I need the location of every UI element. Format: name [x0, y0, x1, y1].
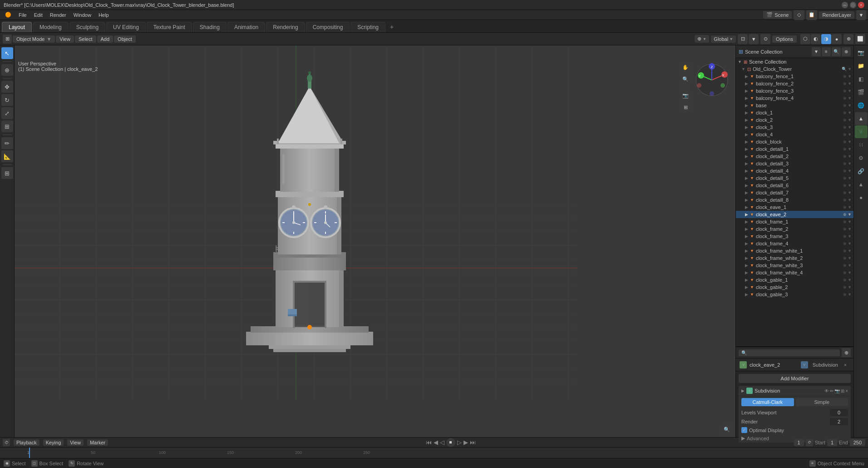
- item-clock-frame-1[interactable]: ▶ ▼ clock_frame_1 ⊕ ▼: [736, 218, 853, 225]
- item-clock-detaill-6[interactable]: ▶ ▼ clock_detaill_6 ⊕ ▼: [736, 182, 853, 189]
- cursor-tool[interactable]: ⊕: [1, 64, 13, 76]
- constraints-tab[interactable]: 🔗: [855, 165, 868, 178]
- viewport-overlay-btn[interactable]: ⊕: [843, 34, 853, 44]
- item-base[interactable]: ▶ ▼ base ⊕ ▼: [736, 102, 853, 109]
- properties-search-input[interactable]: 🔍: [739, 349, 840, 356]
- viewport-icon[interactable]: ⊞: [3, 35, 12, 44]
- material-preview[interactable]: ◑: [821, 34, 831, 44]
- menu-help[interactable]: Help: [95, 11, 112, 19]
- object-mode-selector[interactable]: Object Mode ▼: [13, 35, 55, 43]
- outliner-body[interactable]: ▼ ⊞ Scene Collection ▼ ⊡ Old_Clock_Tower…: [736, 58, 853, 346]
- menu-render[interactable]: Render: [47, 11, 69, 19]
- tab-texture-paint[interactable]: Texture Paint: [147, 22, 192, 32]
- keying-btn[interactable]: Keying: [43, 439, 64, 446]
- outliner-filter-btn[interactable]: ▼: [812, 47, 821, 56]
- transform-tool[interactable]: ⊞: [1, 120, 13, 132]
- select-menu[interactable]: Select: [75, 35, 96, 43]
- tab-rendering[interactable]: Rendering: [266, 22, 305, 32]
- snap-option[interactable]: ▼: [749, 34, 759, 44]
- view-menu[interactable]: View: [56, 35, 74, 43]
- tab-uv-editing[interactable]: UV Editing: [106, 22, 146, 32]
- timeline-icon[interactable]: ⏱: [3, 439, 10, 446]
- tab-compositing[interactable]: Compositing: [306, 22, 350, 32]
- object-menu[interactable]: Object: [114, 35, 136, 43]
- tab-animation[interactable]: Animation: [227, 22, 265, 32]
- move-tool[interactable]: ✥: [1, 81, 13, 93]
- physics-tab[interactable]: ⚙: [855, 152, 868, 164]
- scene-selector[interactable]: 🎬 Scene: [763, 11, 792, 19]
- zoom-btn[interactable]: 🔍: [680, 74, 691, 85]
- viewport-transform[interactable]: ⊕ ▼: [695, 35, 709, 43]
- mod-vis-btn[interactable]: 👁: [824, 388, 829, 393]
- outliner-options-btn[interactable]: ⊕: [842, 47, 851, 56]
- item-clock-detaill-7[interactable]: ▶ ▼ clock_detaill_7 ⊕ ▼: [736, 189, 853, 196]
- tab-modeling[interactable]: Modeling: [33, 22, 69, 32]
- fps-btn[interactable]: ⏱: [806, 439, 813, 446]
- add-tool[interactable]: ⊞: [1, 167, 13, 179]
- item-clock-4[interactable]: ▶ ▼ clock_4 ⊕ ▼: [736, 131, 853, 138]
- material-tab[interactable]: ●: [855, 191, 868, 204]
- properties-options-btn[interactable]: ⊕: [842, 348, 851, 357]
- hand-tool-btn[interactable]: ✋: [680, 62, 691, 73]
- item-balcony-fence-4[interactable]: ▶ ▼ balcony_fence_4 ⊕ ▼: [736, 95, 853, 102]
- menu-edit[interactable]: Edit: [31, 11, 46, 19]
- item-clock-block[interactable]: ▶ ▼ clock_block ⊕ ▼: [736, 138, 853, 145]
- mod-render-btn[interactable]: 📷: [834, 388, 840, 393]
- item-balcony-fence-3[interactable]: ▶ ▼ balcony_fence_3 ⊕ ▼: [736, 87, 853, 95]
- tab-shading[interactable]: Shading: [193, 22, 227, 32]
- render-layer-selector[interactable]: RenderLayer: [819, 11, 854, 19]
- playback-btn[interactable]: Playback: [14, 439, 39, 446]
- world-props-tab[interactable]: 🌐: [855, 99, 868, 112]
- tab-sculpting[interactable]: Sculpting: [69, 22, 105, 32]
- viewport-3d[interactable]: User Perspective (1) Scene Collection | …: [15, 45, 735, 437]
- simple-btn[interactable]: Simple: [796, 398, 848, 406]
- mod-delete-btn[interactable]: ×: [845, 388, 848, 393]
- prev-frame-btn[interactable]: ◀: [434, 439, 438, 446]
- modifier-tab[interactable]: ⑂: [855, 125, 868, 138]
- item-clock-frame-white-3[interactable]: ▶ ▼ clock_frame_white_3 ⊕ ▼: [736, 262, 853, 269]
- render-props-tab[interactable]: 📷: [855, 46, 868, 59]
- item-clock-2[interactable]: ▶ ▼ clock_2 ⊕ ▼: [736, 116, 853, 124]
- item-clock-frame-4[interactable]: ▶ ▼ clock_frame_4 ⊕ ▼: [736, 240, 853, 247]
- item-clock-detaill-5[interactable]: ▶ ▼ clock_detaill_5 ⊕ ▼: [736, 174, 853, 182]
- navigation-gizmo[interactable]: X Y Z: [694, 62, 730, 98]
- tab-layout[interactable]: Layout: [2, 22, 32, 32]
- menu-file[interactable]: File: [15, 11, 30, 19]
- catmull-clark-btn[interactable]: Catmull-Clark: [741, 398, 794, 406]
- scene-icon-btn[interactable]: ◇: [794, 10, 804, 20]
- scale-tool[interactable]: ⤢: [1, 107, 13, 119]
- old-clock-tower-collection[interactable]: ▼ ⊡ Old_Clock_Tower 🔍 ▼: [736, 65, 853, 73]
- object-props-tab[interactable]: ▲: [855, 112, 868, 125]
- item-clock-detaill-1[interactable]: ▶ ▼ clock_detaill_1 ⊕ ▼: [736, 145, 853, 153]
- close-button[interactable]: ×: [858, 2, 864, 8]
- item-clock-gable-3[interactable]: ▶ ▼ clock_gable_3 ⊕ ▼: [736, 291, 853, 298]
- global-local[interactable]: Global ▼: [711, 35, 736, 43]
- item-clock-detaill-2[interactable]: ▶ ▼ clock_detaill_2 ⊕ ▼: [736, 153, 853, 160]
- item-clock-eave-1[interactable]: ▶ ▼ clock_eave_1 ⊕ ▼: [736, 204, 853, 211]
- solid-shading[interactable]: ◐: [811, 34, 821, 44]
- scene-props-tab[interactable]: 🎬: [855, 86, 868, 99]
- item-clock-gable-1[interactable]: ▶ ▼ clock_gable_1 ⊕ ▼: [736, 276, 853, 284]
- rotate-tool[interactable]: ↻: [1, 94, 13, 106]
- outliner-view-btn[interactable]: ≡: [822, 47, 831, 56]
- prev-keyframe-btn[interactable]: ◁: [440, 439, 444, 446]
- blender-logo[interactable]: 🟠: [2, 11, 15, 19]
- proportional-edit[interactable]: ⊙: [760, 34, 770, 44]
- item-clock-frame-white-1[interactable]: ▶ ▼ clock_frame_white_1 ⊕ ▼: [736, 247, 853, 254]
- outliner-search-btn[interactable]: 🔍: [832, 47, 841, 56]
- item-clock-gable-2[interactable]: ▶ ▼ clock_gable_2 ⊕ ▼: [736, 284, 853, 291]
- snap-btn[interactable]: ⊡: [738, 34, 748, 44]
- measure-tool[interactable]: 📐: [1, 150, 13, 162]
- timeline-view-btn[interactable]: View: [67, 439, 84, 446]
- next-frame-btn[interactable]: ▶: [464, 439, 468, 446]
- xray-toggle[interactable]: ⬜: [855, 34, 865, 44]
- render-layer-options[interactable]: ▼: [856, 10, 866, 20]
- mod-edit-btn[interactable]: ✏: [830, 388, 833, 393]
- add-menu[interactable]: Add: [97, 35, 113, 43]
- item-clock-detaill-3[interactable]: ▶ ▼ clock_detaill_3 ⊕ ▼: [736, 160, 853, 167]
- optimal-display-checkbox[interactable]: ✓: [741, 427, 747, 433]
- add-workspace-button[interactable]: +: [386, 21, 397, 32]
- stop-btn[interactable]: ⏹: [446, 438, 455, 447]
- props-close-btn[interactable]: ×: [841, 360, 850, 369]
- jump-start-btn[interactable]: ⏮: [426, 439, 432, 446]
